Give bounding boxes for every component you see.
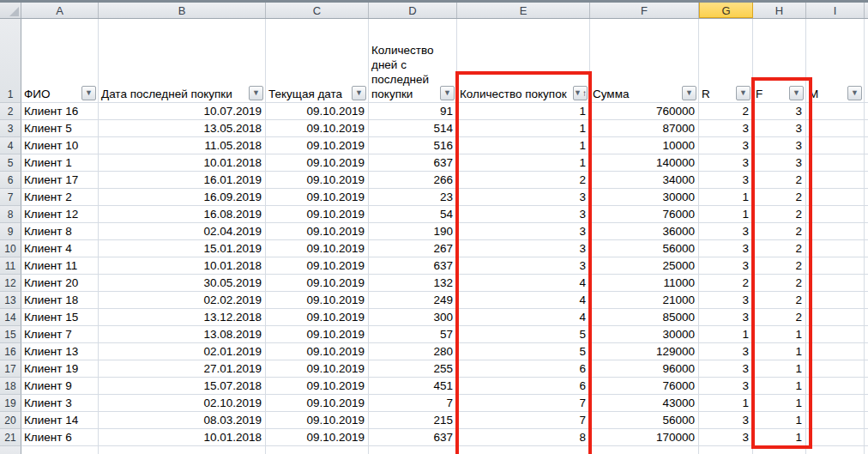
cell-F3[interactable]: 87000 xyxy=(590,120,699,137)
row-header-16[interactable]: 16 xyxy=(0,343,21,360)
filter-dropdown-button-B[interactable]: ▼ xyxy=(249,86,263,100)
cell-E6[interactable]: 2 xyxy=(457,172,590,189)
row-header-14[interactable]: 14 xyxy=(0,309,21,326)
cell-C5[interactable]: 09.10.2019 xyxy=(266,154,369,172)
header-cell-C1[interactable]: Текущая дата▼ xyxy=(266,19,369,103)
cell-A17[interactable]: Клиент 19 xyxy=(21,360,99,378)
cell-C7[interactable]: 09.10.2019 xyxy=(266,189,369,206)
header-cell-B1[interactable]: Дата последней покупки▼ xyxy=(99,19,266,103)
cell-B9[interactable]: 02.04.2019 xyxy=(99,223,266,240)
cell-C9[interactable]: 09.10.2019 xyxy=(266,223,369,240)
cell-D11[interactable]: 637 xyxy=(369,257,457,275)
cell-E14[interactable]: 4 xyxy=(457,309,590,326)
cell-D16[interactable]: 280 xyxy=(369,343,457,360)
cell-F2[interactable]: 760000 xyxy=(590,103,699,120)
cell-G16[interactable]: 3 xyxy=(699,343,753,360)
cell-C11[interactable]: 09.10.2019 xyxy=(266,257,369,275)
cell-B15[interactable]: 13.08.2019 xyxy=(99,326,266,343)
cell-A15[interactable]: Клиент 7 xyxy=(21,326,99,343)
cell-E7[interactable]: 3 xyxy=(457,189,590,206)
cell-A20[interactable]: Клиент 14 xyxy=(21,412,99,429)
cell-I3[interactable] xyxy=(806,120,865,137)
cell-F20[interactable]: 56000 xyxy=(590,412,699,429)
cell-G6[interactable]: 3 xyxy=(699,172,753,189)
cell-D8[interactable]: 54 xyxy=(369,206,457,223)
header-cell-F1[interactable]: Сумма▼ xyxy=(590,19,699,103)
column-header-H[interactable]: H xyxy=(753,3,806,18)
cell-C20[interactable]: 09.10.2019 xyxy=(266,412,369,429)
cell-I16[interactable] xyxy=(806,343,865,360)
cell-F6[interactable]: 34000 xyxy=(590,172,699,189)
cell-H15[interactable]: 1 xyxy=(753,326,806,343)
cell-C8[interactable]: 09.10.2019 xyxy=(266,206,369,223)
cell-I11[interactable] xyxy=(806,257,865,275)
cell-F16[interactable]: 129000 xyxy=(590,343,699,360)
row-header-13[interactable]: 13 xyxy=(0,292,21,309)
filter-dropdown-button-D[interactable]: ▼ xyxy=(440,86,455,100)
cell-G15[interactable]: 1 xyxy=(699,326,753,343)
cell-I8[interactable] xyxy=(806,206,865,223)
cell-I9[interactable] xyxy=(806,223,865,240)
cell-A5[interactable]: Клиент 1 xyxy=(21,154,99,172)
cell-H20[interactable]: 1 xyxy=(753,412,806,429)
cell-H10[interactable]: 2 xyxy=(753,240,806,257)
cell-H22[interactable] xyxy=(753,446,806,454)
cell-D2[interactable]: 91 xyxy=(369,103,457,120)
cell-D10[interactable]: 267 xyxy=(369,240,457,257)
cell-B10[interactable]: 15.01.2019 xyxy=(99,240,266,257)
cell-I14[interactable] xyxy=(806,309,865,326)
cell-A3[interactable]: Клиент 5 xyxy=(21,120,99,137)
cell-A22[interactable] xyxy=(21,446,99,454)
cell-A9[interactable]: Клиент 8 xyxy=(21,223,99,240)
cell-I22[interactable] xyxy=(806,446,865,454)
cell-G22[interactable] xyxy=(699,446,753,454)
cell-D22[interactable] xyxy=(369,446,457,454)
cell-A2[interactable]: Клиент 16 xyxy=(21,103,99,120)
row-header-1[interactable]: 1 xyxy=(0,19,21,103)
cell-A6[interactable]: Клиент 17 xyxy=(21,172,99,189)
header-cell-E1[interactable]: Количество покупок▼↑ xyxy=(457,19,590,103)
filter-dropdown-button-G[interactable]: ▼ xyxy=(736,86,750,100)
cell-E12[interactable]: 4 xyxy=(457,275,590,292)
cell-D21[interactable]: 637 xyxy=(369,429,457,446)
row-header-22[interactable] xyxy=(0,446,21,454)
cell-G11[interactable]: 3 xyxy=(699,257,753,275)
column-header-F[interactable]: F xyxy=(590,3,699,18)
cell-A4[interactable]: Клиент 10 xyxy=(21,137,99,154)
cell-H7[interactable]: 2 xyxy=(753,189,806,206)
cell-D17[interactable]: 255 xyxy=(369,360,457,378)
cell-F12[interactable]: 11000 xyxy=(590,275,699,292)
row-header-10[interactable]: 10 xyxy=(0,240,21,257)
cell-I5[interactable] xyxy=(806,154,865,172)
cell-B17[interactable]: 27.01.2019 xyxy=(99,360,266,378)
cell-H19[interactable]: 1 xyxy=(753,395,806,412)
column-header-C[interactable]: C xyxy=(266,3,369,18)
header-cell-G1[interactable]: R▼ xyxy=(699,19,753,103)
row-header-19[interactable]: 19 xyxy=(0,395,21,412)
cell-I15[interactable] xyxy=(806,326,865,343)
cell-G18[interactable]: 3 xyxy=(699,378,753,395)
cell-E5[interactable]: 1 xyxy=(457,154,590,172)
cell-H12[interactable]: 2 xyxy=(753,275,806,292)
cell-E10[interactable]: 3 xyxy=(457,240,590,257)
cell-E11[interactable]: 3 xyxy=(457,257,590,275)
cell-B19[interactable]: 02.10.2019 xyxy=(99,395,266,412)
cell-H4[interactable]: 3 xyxy=(753,137,806,154)
cell-D12[interactable]: 132 xyxy=(369,275,457,292)
cell-I20[interactable] xyxy=(806,412,865,429)
cell-H2[interactable]: 3 xyxy=(753,103,806,120)
cell-G7[interactable]: 1 xyxy=(699,189,753,206)
row-header-6[interactable]: 6 xyxy=(0,172,21,189)
cell-B18[interactable]: 15.07.2018 xyxy=(99,378,266,395)
cell-I17[interactable] xyxy=(806,360,865,378)
cell-B4[interactable]: 11.05.2018 xyxy=(99,137,266,154)
cell-C4[interactable]: 09.10.2019 xyxy=(266,137,369,154)
cell-C2[interactable]: 09.10.2019 xyxy=(266,103,369,120)
cell-E13[interactable]: 4 xyxy=(457,292,590,309)
cell-F9[interactable]: 36000 xyxy=(590,223,699,240)
cell-A14[interactable]: Клиент 15 xyxy=(21,309,99,326)
cell-B12[interactable]: 30.05.2019 xyxy=(99,275,266,292)
cell-B8[interactable]: 16.08.2019 xyxy=(99,206,266,223)
cell-F5[interactable]: 140000 xyxy=(590,154,699,172)
cell-C10[interactable]: 09.10.2019 xyxy=(266,240,369,257)
